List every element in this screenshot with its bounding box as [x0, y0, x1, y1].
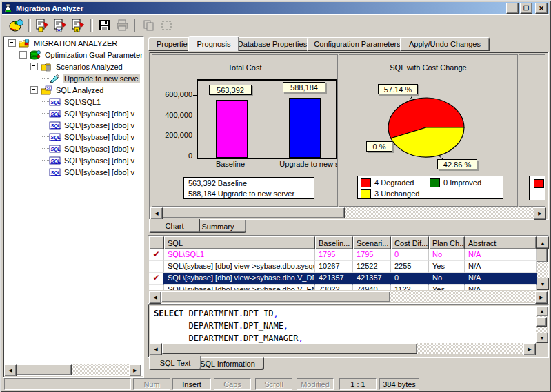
- scroll-right-icon[interactable]: ▶: [523, 343, 536, 355]
- scrollbar-thumb[interactable]: [17, 364, 72, 375]
- tab-sql-information[interactable]: SQL Information: [191, 357, 264, 370]
- grid-row[interactable]: SQL\[sybase] [dbo] view->sybase.dbo.sysq…: [149, 261, 537, 273]
- tree-item-label[interactable]: Scenarios Analyzed: [54, 63, 124, 71]
- column-header-selector[interactable]: [149, 236, 164, 249]
- scrollbar-track[interactable]: [163, 207, 534, 218]
- scrollbar-thumb[interactable]: [537, 249, 548, 262]
- tab-chart[interactable]: Chart: [149, 219, 200, 233]
- scrollbar-track[interactable]: [161, 291, 535, 302]
- scrollbar-track[interactable]: [536, 316, 547, 333]
- tab-configuration-parameters[interactable]: Configuration Parameters: [307, 37, 408, 51]
- sql-vertical-scrollbar[interactable]: ▲ ▼: [536, 306, 547, 343]
- export-report-button[interactable]: [34, 17, 52, 34]
- export-excel-button[interactable]: q: [70, 17, 88, 34]
- collapse-expander[interactable]: [30, 63, 38, 70]
- column-header-sql[interactable]: SQL: [164, 236, 315, 249]
- sql-results-grid: SQL Baselin... Scenari... Cost Dif... Pl…: [148, 235, 549, 304]
- print-button[interactable]: [114, 17, 132, 34]
- tree-item-label[interactable]: SQL\[sybase] [dbo] v: [63, 133, 136, 141]
- collapse-expander[interactable]: [8, 39, 16, 47]
- tree-item-sql[interactable]: SQL SQL\[sybase] [dbo] v: [4, 119, 143, 131]
- collapse-expander[interactable]: [30, 86, 38, 94]
- tree-connector: [42, 125, 49, 125]
- scrollbar-track[interactable]: [537, 249, 548, 278]
- tab-prognosis[interactable]: Prognosis: [188, 36, 239, 51]
- status-insert: Insert: [172, 378, 211, 390]
- scroll-up-icon[interactable]: ▲: [537, 236, 549, 249]
- tree-item-label[interactable]: SQL\[sybase] [dbo] v: [63, 110, 136, 118]
- close-button[interactable]: ✕: [535, 3, 548, 14]
- column-header-scenario[interactable]: Scenari...: [353, 236, 391, 249]
- column-header-plan-change[interactable]: Plan Ch...: [429, 236, 465, 249]
- sql-editor[interactable]: SELECT DEPARTMENT.DPT_ID, DEPARTMENT.DPT…: [150, 306, 536, 343]
- print-icon: [116, 19, 130, 32]
- title-bar[interactable]: Migration Analyzer _ ❐ ✕: [2, 2, 549, 14]
- grid-horizontal-scrollbar[interactable]: ◀ ▶: [149, 291, 548, 302]
- tree-item-root[interactable]: MIGRATION ANALYZER: [4, 37, 143, 49]
- scrollbar-thumb[interactable]: [536, 317, 547, 327]
- column-header-abstract[interactable]: Abstract: [465, 236, 537, 249]
- tree-item-sql[interactable]: SQL SQL\[sybase] [dbo] v: [4, 154, 143, 166]
- tree-item-label[interactable]: SQL\[sybase] [dbo] v: [63, 121, 136, 130]
- tree-item-goal[interactable]: Optimization Goal Parameter: [4, 49, 143, 61]
- scrollbar-thumb[interactable]: [162, 343, 417, 354]
- tree-item-label[interactable]: Optimization Goal Parameter: [43, 51, 143, 59]
- scroll-left-icon[interactable]: ◀: [150, 207, 163, 220]
- tree-item-label[interactable]: SQL Analyzed: [54, 86, 105, 94]
- scroll-left-icon[interactable]: ◀: [149, 291, 161, 304]
- status-panel-empty: [4, 378, 131, 390]
- scroll-right-icon[interactable]: ▶: [534, 207, 546, 220]
- tree-item-label[interactable]: MIGRATION ANALYZER: [32, 39, 119, 48]
- tree-horizontal-scrollbar[interactable]: ◀ ▶: [4, 364, 141, 375]
- tree-item-sql[interactable]: SQL SQL\[sybase] [dbo] v: [4, 131, 143, 143]
- scroll-down-icon[interactable]: ▼: [537, 278, 549, 290]
- minimize-button[interactable]: _: [506, 3, 519, 14]
- tree-item-label[interactable]: Upgrade to new serve: [63, 74, 140, 83]
- sql-text-panel: SELECT DEPARTMENT.DPT_ID, DEPARTMENT.DPT…: [148, 304, 549, 358]
- tree-item-label[interactable]: SQL\[sybase] [dbo] v: [63, 168, 136, 176]
- connect-button[interactable]: [8, 17, 26, 34]
- status-modified: Modified: [297, 378, 334, 390]
- grid-row-selected[interactable]: ✔ SQL\[sybase] [dbo] view->sybase.dbo.V_…: [149, 273, 537, 285]
- chart-horizontal-scrollbar[interactable]: ◀ ▶: [150, 207, 546, 218]
- maximize-button[interactable]: ❐: [520, 3, 532, 14]
- scroll-down-icon[interactable]: ▼: [536, 333, 548, 343]
- grid-row[interactable]: SQL\[sybase] [dbo] view->sybase.dbo.V_EM…: [149, 285, 537, 290]
- save-button[interactable]: [96, 17, 114, 34]
- scroll-right-icon[interactable]: ▶: [129, 364, 141, 376]
- column-header-baseline[interactable]: Baselin...: [315, 236, 353, 249]
- toolbar: w q: [2, 14, 549, 35]
- tab-sql-text[interactable]: SQL Text: [149, 356, 201, 370]
- grid-row[interactable]: ✔ SQL\SQL1 1795 1795 0 No N/A: [149, 249, 537, 261]
- tree-item-sql[interactable]: SQL SQL\[sybase] [dbo] v: [4, 107, 143, 119]
- scrollbar-track[interactable]: [162, 343, 523, 354]
- tree-item-label[interactable]: SQL\[sybase] [dbo] v: [63, 156, 136, 165]
- tree-item-sql[interactable]: SQL SQL\[sybase] [dbo] v: [4, 143, 143, 154]
- sql-horizontal-scrollbar[interactable]: ◀ ▶: [150, 343, 536, 354]
- tree-item-sql[interactable]: SQL SQL\[sybase] [dbo] v: [4, 166, 143, 178]
- column-header-cost-diff[interactable]: Cost Dif...: [391, 236, 429, 249]
- select-button[interactable]: [158, 17, 176, 34]
- tab-apply-undo-changes[interactable]: Apply/Undo Changes: [400, 37, 490, 51]
- tree-item-label[interactable]: SQL\[sybase] [dbo] v: [63, 145, 136, 153]
- svg-text:q: q: [76, 28, 78, 32]
- scroll-up-icon[interactable]: ▲: [536, 306, 548, 316]
- scrollbar-track[interactable]: [17, 364, 129, 375]
- tree-item-sql-analyzed[interactable]: SQL SQL Analyzed: [4, 84, 143, 96]
- export-word-button[interactable]: w: [52, 17, 70, 34]
- scroll-left-icon[interactable]: ◀: [150, 343, 162, 355]
- scrollbar-thumb[interactable]: [163, 207, 345, 218]
- scroll-right-icon[interactable]: ▶: [535, 291, 548, 304]
- collapse-expander[interactable]: [19, 51, 27, 59]
- tree-item-sql[interactable]: SQL SQL\SQL1: [4, 96, 143, 107]
- tab-database-properties[interactable]: Database Properties: [230, 37, 314, 51]
- scrollbar-thumb[interactable]: [161, 291, 390, 302]
- copy-button[interactable]: [140, 17, 158, 34]
- scroll-left-icon[interactable]: ◀: [4, 364, 17, 376]
- tree-item-label[interactable]: SQL\SQL1: [63, 98, 102, 106]
- tree-connector: [42, 78, 49, 79]
- tree-item-scenarios[interactable]: Scenarios Analyzed: [4, 61, 143, 72]
- grid-vertical-scrollbar[interactable]: ▲ ▼: [537, 236, 548, 290]
- legend-entry: 3 Unchanged: [374, 189, 419, 199]
- tree-item-scenario-upgrade[interactable]: Upgrade to new serve: [4, 72, 143, 84]
